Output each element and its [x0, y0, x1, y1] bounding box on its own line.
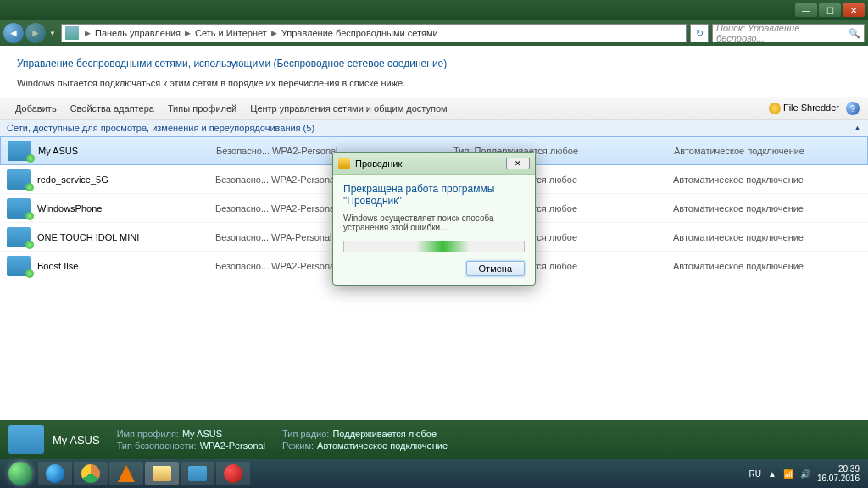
toolbar-adapter-props[interactable]: Свойства адаптера — [64, 103, 161, 114]
minimize-button[interactable]: — — [795, 3, 817, 17]
dialog-titlebar[interactable]: Проводник ✕ — [333, 152, 535, 175]
network-auto: Автоматическое подключение — [674, 146, 860, 156]
dialog-close-button[interactable]: ✕ — [506, 158, 530, 169]
start-button[interactable] — [3, 461, 37, 486]
search-input[interactable]: Поиск: Управление беспрово... 🔍 — [712, 24, 865, 42]
maximize-button[interactable]: ☐ — [819, 3, 841, 17]
toolbar: Добавить Свойства адаптера Типы профилей… — [0, 97, 868, 120]
file-shredder-label: File Shredder — [783, 103, 839, 113]
details-pane: My ASUS Имя профиля:My ASUS Тип безопасн… — [0, 420, 868, 459]
refresh-button[interactable]: ↻ — [690, 24, 709, 42]
monitor-icon — [188, 466, 207, 481]
chrome-icon — [81, 464, 100, 483]
wifi-icon — [7, 256, 31, 276]
history-dropdown[interactable]: ▼ — [47, 25, 58, 42]
help-icon[interactable]: ? — [846, 102, 860, 115]
task-explorer[interactable] — [145, 462, 179, 485]
details-name: My ASUS — [53, 434, 100, 446]
tray-clock[interactable]: 20:39 16.07.2016 — [817, 464, 860, 483]
explorer-icon — [338, 158, 350, 169]
network-auto: Автоматическое подключение — [673, 261, 861, 271]
network-auto: Автоматическое подключение — [673, 232, 861, 242]
breadcrumb[interactable]: ▶ Панель управления ▶ Сеть и Интернет ▶ … — [61, 24, 687, 42]
wifi-icon — [7, 198, 31, 219]
network-name: Boost Ilse — [37, 261, 215, 271]
shredder-icon — [769, 103, 781, 114]
dialog-heading: Прекращена работа программы "Проводник" — [343, 183, 525, 207]
dialog-text: Windows осуществляет поиск способа устра… — [343, 214, 525, 232]
network-auto: Автоматическое подключение — [673, 175, 861, 185]
task-app[interactable] — [216, 462, 250, 485]
vlc-icon — [118, 465, 135, 482]
page-title: Управление беспроводными сетями, использ… — [17, 58, 851, 69]
network-auto: Автоматическое подключение — [673, 203, 861, 214]
profile-value: My ASUS — [182, 429, 222, 439]
group-header[interactable]: Сети, доступные для просмотра, изменения… — [0, 120, 868, 136]
taskbar: RU ▲ 📶 🔊 20:39 16.07.2016 — [0, 459, 868, 488]
page-description: Windows пытается подключаться к этим сет… — [17, 78, 851, 88]
search-placeholder: Поиск: Управление беспрово... — [716, 23, 849, 43]
sectype-value: WPA2-Personal — [200, 441, 265, 451]
wifi-icon — [7, 169, 31, 190]
tray-lang[interactable]: RU — [749, 469, 761, 479]
chevron-right-icon: ▶ — [269, 29, 280, 37]
network-name: redo_service_5G — [37, 175, 215, 185]
group-header-label: Сети, доступные для просмотра, изменения… — [7, 123, 314, 133]
task-chrome[interactable] — [74, 462, 108, 485]
task-monitor[interactable] — [181, 462, 214, 485]
breadcrumb-seg-1[interactable]: Сеть и Интернет — [193, 28, 269, 38]
chevron-up-icon[interactable]: ▲ — [854, 124, 861, 132]
tray-network-icon[interactable]: 📶 — [783, 469, 793, 479]
radio-label: Тип радио: — [282, 429, 329, 439]
dialog-title: Проводник — [355, 158, 402, 169]
system-tray: RU ▲ 📶 🔊 20:39 16.07.2016 — [749, 464, 865, 483]
task-ie[interactable] — [38, 462, 72, 485]
tray-date: 16.07.2016 — [817, 474, 860, 483]
toolbar-network-center[interactable]: Центр управления сетями и общим доступом — [243, 103, 453, 114]
profile-label: Имя профиля: — [117, 429, 179, 439]
tray-time: 20:39 — [817, 464, 860, 474]
ie-icon — [46, 464, 64, 483]
tray-volume-icon[interactable]: 🔊 — [800, 469, 810, 479]
network-name: ONE TOUCH IDOL MINI — [37, 232, 215, 242]
mode-value: Автоматическое подключение — [317, 441, 448, 451]
navbar: ◄ ► ▼ ▶ Панель управления ▶ Сеть и Интер… — [0, 20, 868, 46]
chevron-right-icon: ▶ — [82, 29, 93, 37]
network-name: My ASUS — [38, 146, 216, 156]
error-dialog: Проводник ✕ Прекращена работа программы … — [332, 152, 536, 286]
windows-orb-icon — [8, 462, 32, 485]
forward-button[interactable]: ► — [25, 23, 46, 43]
toolbar-profile-types[interactable]: Типы профилей — [161, 103, 243, 114]
breadcrumb-seg-0[interactable]: Панель управления — [93, 28, 182, 38]
network-icon — [8, 425, 44, 454]
window-titlebar: — ☐ ✕ — [0, 0, 868, 20]
wifi-icon — [7, 227, 31, 247]
file-shredder-item[interactable]: File Shredder — [769, 103, 839, 114]
back-button[interactable]: ◄ — [3, 23, 24, 43]
radio-value: Поддерживается любое — [332, 429, 437, 439]
mode-label: Режим: — [282, 441, 314, 451]
close-button[interactable]: ✕ — [843, 3, 865, 17]
wifi-icon — [8, 141, 31, 161]
toolbar-add[interactable]: Добавить — [8, 103, 64, 114]
tray-flag-icon[interactable]: ▲ — [768, 469, 776, 479]
cancel-button[interactable]: Отмена — [466, 261, 525, 276]
breadcrumb-seg-2[interactable]: Управление беспроводными сетями — [280, 28, 440, 38]
chevron-right-icon: ▶ — [182, 29, 193, 37]
dialog-progress — [343, 241, 525, 252]
red-app-icon — [224, 464, 242, 483]
sectype-label: Тип безопасности: — [117, 441, 197, 451]
folder-icon — [153, 466, 171, 481]
task-vlc[interactable] — [109, 462, 143, 485]
search-icon: 🔍 — [849, 28, 860, 39]
network-name: WindowsPhone — [37, 203, 215, 214]
location-icon — [65, 26, 79, 40]
